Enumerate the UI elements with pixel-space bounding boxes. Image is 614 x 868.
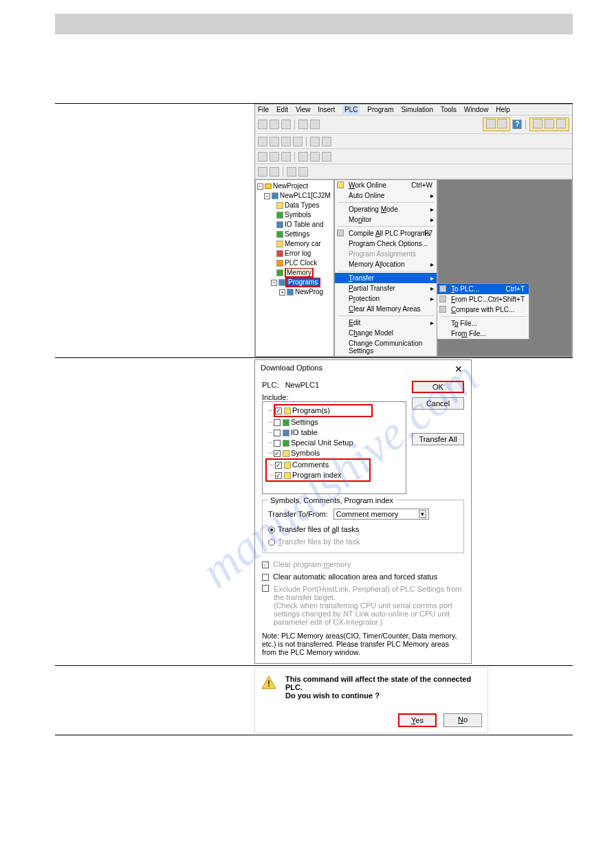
- tb-icon[interactable]: [270, 137, 279, 146]
- menu-transfer[interactable]: Transfer▸: [335, 273, 437, 283]
- radio-all-tasks[interactable]: [268, 526, 275, 533]
- menu-auto-online[interactable]: Auto Online▸: [335, 190, 437, 201]
- menu-check-options[interactable]: Program Check Options...: [335, 238, 437, 249]
- menu-operating-mode[interactable]: Operating Mode▸: [335, 204, 437, 214]
- submenu-from-plc[interactable]: From PLC...Ctrl+Shift+T: [437, 294, 529, 304]
- tb-icon[interactable]: [298, 152, 308, 162]
- tb-icon[interactable]: [545, 119, 554, 129]
- submenu-compare[interactable]: Compare with PLC...: [437, 304, 529, 315]
- menu-protection[interactable]: Protection▸: [335, 293, 437, 304]
- include-tree[interactable]: ┈Program(s) ┈Settings ┈IO table ┈Special…: [262, 401, 406, 494]
- ok-button[interactable]: OK: [412, 381, 464, 393]
- no-button[interactable]: No: [443, 713, 482, 727]
- item-program-index[interactable]: Program index: [292, 471, 342, 479]
- tb-preview-icon[interactable]: [310, 120, 320, 129]
- tree-node[interactable]: Symbols: [285, 211, 311, 219]
- menu-program[interactable]: Program: [367, 106, 393, 113]
- menu-help[interactable]: Help: [496, 106, 510, 113]
- tb-new-icon[interactable]: [258, 120, 267, 129]
- tb-icon[interactable]: [533, 119, 542, 129]
- tree-node[interactable]: Memory car: [285, 240, 321, 247]
- transfer-to-from-label: Transfer To/From:: [268, 510, 328, 518]
- chevron-down-icon[interactable]: ▾: [419, 510, 426, 518]
- tree-plc[interactable]: NewPLC1[CJ2M: [280, 192, 331, 199]
- tb-icon[interactable]: [258, 167, 267, 177]
- tb-icon[interactable]: [270, 152, 279, 162]
- menu-view[interactable]: View: [296, 106, 311, 113]
- item-programs[interactable]: Program(s): [292, 406, 330, 414]
- tree-node[interactable]: PLC Clock: [285, 259, 317, 267]
- chk-special[interactable]: [274, 440, 281, 447]
- settings-icon: [276, 231, 283, 238]
- menu-tools[interactable]: Tools: [441, 106, 457, 113]
- tb-icon[interactable]: [322, 137, 331, 146]
- yes-button[interactable]: Yes: [398, 713, 437, 727]
- menu-change-model[interactable]: Change Model: [335, 328, 437, 338]
- item-symbols[interactable]: Symbols: [291, 449, 320, 457]
- plc-dropdown-menu[interactable]: Work OnlineCtrl+W Auto Online▸ Operating…: [334, 179, 437, 357]
- tree-node[interactable]: NewProg: [295, 288, 323, 296]
- menu-clear-mem[interactable]: Clear All Memory Areas: [335, 304, 437, 314]
- tb-icon[interactable]: [556, 119, 566, 129]
- tree-node[interactable]: Settings: [285, 230, 309, 238]
- tree-node-memory[interactable]: Memory: [285, 268, 314, 278]
- tb-icon[interactable]: [258, 152, 267, 162]
- submenu-to-file[interactable]: To File...: [437, 318, 529, 329]
- project-tree[interactable]: −NewProject −NewPLC1[CJ2M Data Types Sym…: [255, 179, 334, 357]
- menu-mem-alloc[interactable]: Memory Allocation▸: [335, 259, 437, 269]
- menu-work-online[interactable]: Work OnlineCtrl+W: [335, 180, 437, 190]
- cancel-button[interactable]: Cancel: [412, 397, 464, 410]
- menu-simulation[interactable]: Simulation: [401, 106, 433, 113]
- menu-partial-transfer[interactable]: Partial Transfer▸: [335, 283, 437, 293]
- chk-programs[interactable]: [275, 408, 282, 414]
- tree-root[interactable]: NewProject: [273, 182, 308, 190]
- item-iotable[interactable]: IO table: [291, 428, 318, 436]
- tb-print-icon[interactable]: [298, 120, 308, 129]
- tb-icon[interactable]: [293, 137, 303, 146]
- chk-symbols[interactable]: [274, 450, 281, 457]
- item-special[interactable]: Special Unit Setup: [291, 438, 353, 447]
- chk-settings[interactable]: [274, 419, 281, 426]
- tb-icon[interactable]: [281, 137, 291, 146]
- tb-icon[interactable]: [310, 152, 320, 162]
- tb-icon[interactable]: [287, 167, 296, 177]
- menu-compile-all[interactable]: Compile All PLC ProgramsF7: [335, 228, 437, 238]
- tree-node[interactable]: Data Types: [285, 201, 319, 209]
- transfer-submenu[interactable]: To PLC...Ctrl+T From PLC...Ctrl+Shift+T …: [437, 283, 529, 340]
- menu-edit[interactable]: Edit▸: [335, 318, 437, 328]
- tb-icon[interactable]: [486, 119, 496, 129]
- close-icon[interactable]: ✕: [452, 364, 465, 375]
- transfer-all-button[interactable]: Transfer All: [412, 433, 464, 445]
- chk-iotable[interactable]: [274, 430, 281, 436]
- tb-icon[interactable]: [497, 119, 507, 129]
- menu-monitor[interactable]: Monitor▸: [335, 214, 437, 225]
- transfer-dropdown[interactable]: Comment memory ▾: [333, 509, 429, 520]
- menubar[interactable]: File Edit View Insert PLC Program Simula…: [255, 104, 572, 115]
- tb-icon[interactable]: [258, 137, 267, 146]
- tb-icon[interactable]: [281, 152, 291, 162]
- tree-node-programs[interactable]: Programs: [287, 278, 319, 286]
- menu-change-comm[interactable]: Change Communication Settings: [335, 338, 437, 356]
- tb-icon[interactable]: [310, 137, 320, 146]
- chk-comments[interactable]: [275, 462, 282, 469]
- menu-edit[interactable]: Edit: [276, 106, 288, 113]
- tb-icon[interactable]: [298, 167, 308, 177]
- tb-help-icon[interactable]: ?: [512, 120, 522, 129]
- menu-plc[interactable]: PLC: [342, 105, 360, 114]
- chk-clear-auto-alloc[interactable]: [262, 574, 269, 581]
- item-settings[interactable]: Settings: [291, 418, 318, 426]
- submenu-to-plc[interactable]: To PLC...Ctrl+T: [437, 284, 529, 294]
- tb-icon[interactable]: [270, 167, 279, 177]
- menu-window[interactable]: Window: [464, 106, 489, 113]
- tree-node[interactable]: Error log: [285, 249, 311, 257]
- tb-icon[interactable]: [322, 152, 331, 162]
- chk-program-index[interactable]: [275, 472, 282, 479]
- chk-clear-program-memory: [262, 561, 269, 568]
- menu-file[interactable]: File: [258, 106, 269, 113]
- submenu-from-file[interactable]: From File...: [437, 329, 529, 339]
- menu-insert[interactable]: Insert: [318, 106, 335, 113]
- tree-node[interactable]: IO Table and: [285, 221, 324, 228]
- tb-open-icon[interactable]: [270, 120, 279, 129]
- tb-save-icon[interactable]: [281, 120, 291, 129]
- item-comments[interactable]: Comments: [292, 460, 329, 469]
